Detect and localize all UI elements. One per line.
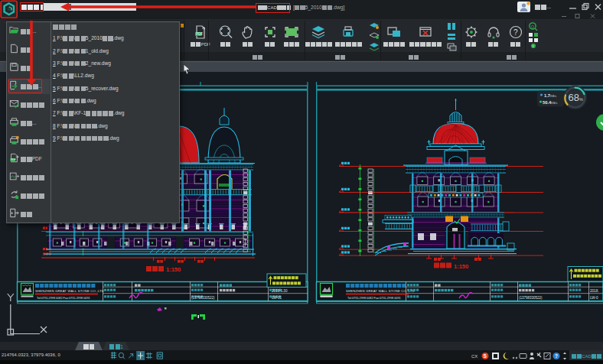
svg-text:PDF: PDF <box>196 32 203 36</box>
svg-text:1:150: 1:150 <box>166 266 181 273</box>
svg-text:?: ? <box>513 28 518 37</box>
svg-text:i: i <box>533 44 533 48</box>
svg-text:2018.: 2018. <box>590 289 599 293</box>
svg-text:SHENZHEN GREAT WALL STONE CO.,: SHENZHEN GREAT WALL STONE CO.,LTD <box>346 289 415 293</box>
svg-text:2018.6.30: 2018.6.30 <box>272 289 288 293</box>
svg-text:Tel:0755-2998 0082 Fax:0755-: Tel:0755-2998 0082 Fax:0755-2998 0091 <box>347 297 401 300</box>
svg-text:(13798330522): (13798330522) <box>519 296 543 300</box>
svg-text:1:150: 1:150 <box>454 263 468 270</box>
svg-text:S: S <box>484 353 487 359</box>
svg-text:SHENZHEN GREAT WALL STONE CO.,: SHENZHEN GREAT WALL STONE CO.,LTD <box>35 289 104 293</box>
svg-text:PDF: PDF <box>11 158 16 161</box>
svg-text:LW-0: LW-0 <box>590 296 598 300</box>
svg-text:(13798330522): (13798330522) <box>191 296 215 300</box>
svg-text:?: ? <box>555 353 558 359</box>
svg-text:CX: CX <box>471 354 478 359</box>
svg-text:LW-01: LW-01 <box>272 296 282 300</box>
svg-text:Tel:0755-2998 0082 Fax:0755-: Tel:0755-2998 0082 Fax:0755-2998 0091 <box>37 297 90 300</box>
svg-text:Q: Q <box>531 24 535 29</box>
